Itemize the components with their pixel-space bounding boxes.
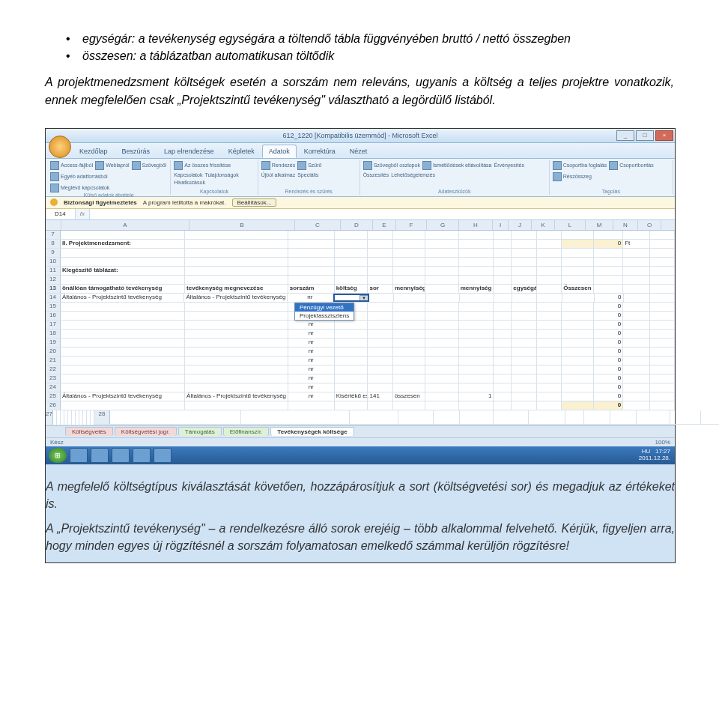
- taskbar-explorer-icon[interactable]: [91, 448, 109, 463]
- ribbon-item[interactable]: Újból alkalmaz: [261, 172, 296, 178]
- ribbon-item[interactable]: Érvényesítés: [494, 161, 524, 170]
- cell-dropdown[interactable]: Pénzügyi vezető Projektasszisztens: [294, 303, 354, 321]
- close-button[interactable]: ×: [655, 130, 673, 141]
- tab-review[interactable]: Korrektúra: [297, 145, 342, 158]
- security-options-button[interactable]: Beállítások...: [232, 198, 277, 207]
- ribbon-item[interactable]: Hivatkozások: [174, 180, 205, 185]
- cell[interactable]: Összesen: [562, 285, 594, 293]
- col-header[interactable]: O: [638, 220, 661, 230]
- taskbar-word-icon[interactable]: [112, 448, 130, 463]
- sheet-tab[interactable]: Támogatás: [178, 427, 222, 436]
- cell[interactable]: 0: [594, 348, 623, 356]
- fx-icon[interactable]: fx: [76, 209, 89, 219]
- ribbon-item[interactable]: Az összes frissítése: [184, 163, 231, 168]
- cell[interactable]: nr: [288, 365, 335, 374]
- maximize-button[interactable]: □: [636, 130, 654, 141]
- cell[interactable]: 0: [594, 374, 623, 383]
- cell[interactable]: összesen: [393, 392, 425, 401]
- col-header[interactable]: F: [396, 220, 427, 230]
- ribbon-item[interactable]: Csoportbontás: [619, 163, 654, 168]
- ribbon-item[interactable]: Szövegből: [142, 163, 167, 168]
- tab-formulas[interactable]: Képletek: [222, 145, 261, 158]
- cell[interactable]: nr: [288, 321, 335, 329]
- cell[interactable]: sorszám: [288, 285, 335, 293]
- minimize-button[interactable]: _: [616, 130, 634, 141]
- cell[interactable]: Kisértékű eszköz: [335, 392, 368, 401]
- active-cell[interactable]: ▼: [333, 294, 369, 302]
- col-header[interactable]: B: [189, 220, 295, 230]
- cell[interactable]: nr: [288, 392, 335, 401]
- ribbon-item[interactable]: Összesítés: [363, 172, 389, 178]
- col-header[interactable]: D: [341, 220, 373, 230]
- cell[interactable]: Általános - Projektszintű tevékenység: [185, 392, 288, 401]
- col-header[interactable]: I: [493, 220, 509, 230]
- ribbon-item[interactable]: Szűrő: [308, 163, 321, 168]
- cell[interactable]: 0: [594, 240, 623, 248]
- taskbar-ie-icon[interactable]: [70, 448, 88, 463]
- ribbon-item[interactable]: Ismétlődések eltávolítása: [433, 163, 492, 168]
- tab-view[interactable]: Nézet: [343, 145, 374, 158]
- cell[interactable]: Ft: [623, 240, 649, 248]
- cell[interactable]: 0: [594, 392, 623, 401]
- cell[interactable]: 0: [594, 357, 623, 365]
- tab-insert[interactable]: Beszúrás: [115, 145, 157, 158]
- ribbon-item[interactable]: Speciális: [297, 172, 318, 178]
- cell[interactable]: Általános - Projektszintű tevékenység: [61, 392, 185, 401]
- ribbon-item[interactable]: Szövegből oszlopok: [374, 163, 420, 168]
- tab-data[interactable]: Adatok: [262, 145, 297, 158]
- col-header[interactable]: J: [509, 220, 532, 230]
- col-header[interactable]: L: [555, 220, 586, 230]
- zoom-level[interactable]: 100%: [655, 439, 670, 446]
- cell[interactable]: 0: [595, 294, 624, 302]
- cell[interactable]: nr: [288, 339, 335, 347]
- cell[interactable]: 0: [594, 383, 623, 392]
- cell[interactable]: önállóan támogatható tevékenység: [61, 285, 185, 293]
- system-tray[interactable]: HU 17:27 2011.12.28.: [639, 449, 672, 462]
- taskbar-app-icon[interactable]: [154, 448, 172, 463]
- ribbon-item[interactable]: Egyéb adatforrásból: [61, 174, 108, 179]
- taskbar-excel-icon[interactable]: [133, 448, 151, 463]
- ribbon-item[interactable]: Tulajdonságok: [204, 172, 238, 178]
- cell[interactable]: II. Projektmenedzsment:: [61, 240, 185, 248]
- cell[interactable]: nr: [288, 330, 335, 338]
- ribbon-item[interactable]: Rendezés: [272, 163, 296, 168]
- formula-input[interactable]: [89, 209, 675, 219]
- col-header[interactable]: K: [532, 220, 555, 230]
- sheet-tab-active[interactable]: Tevékenységek költsége: [270, 427, 354, 436]
- col-header[interactable]: A: [61, 220, 189, 230]
- dropdown-option[interactable]: Pénzügyi vezető: [295, 303, 354, 312]
- ribbon-item[interactable]: Weblapról: [106, 163, 129, 168]
- cell[interactable]: Általános - Projektszintű tevékenység: [61, 294, 185, 302]
- cell[interactable]: nr: [288, 348, 335, 356]
- col-header[interactable]: C: [295, 220, 341, 230]
- ribbon-item[interactable]: Access-fájlból: [61, 163, 93, 168]
- cell[interactable]: 0: [594, 321, 623, 329]
- dropdown-option[interactable]: Projektasszisztens: [295, 312, 354, 320]
- col-header[interactable]: G: [427, 220, 459, 230]
- lang-indicator[interactable]: HU: [642, 448, 651, 455]
- cell[interactable]: nr: [288, 383, 335, 392]
- cell[interactable]: 0: [594, 330, 623, 338]
- cell[interactable]: Általános - Projektszintű tevékenység: [184, 294, 287, 302]
- sheet-tab[interactable]: Előfinanszír.: [223, 427, 270, 436]
- cell[interactable]: költség: [335, 285, 368, 293]
- sheet-tab[interactable]: Költségvetési jogr.: [115, 427, 177, 436]
- dropdown-arrow-icon[interactable]: ▼: [360, 295, 368, 302]
- cell[interactable]: nr: [288, 294, 334, 302]
- cell[interactable]: 0: [594, 303, 623, 311]
- cell[interactable]: nr: [288, 374, 335, 383]
- ribbon-item[interactable]: Kapcsolatok: [174, 172, 202, 178]
- ribbon-item[interactable]: Csoportba foglalás: [563, 163, 607, 168]
- ribbon-item[interactable]: Lehetőségelemzés: [391, 172, 435, 178]
- cell[interactable]: mennyiség egység: [393, 285, 425, 293]
- start-button[interactable]: ⊞: [49, 448, 67, 463]
- tab-home[interactable]: Kezdőlap: [73, 145, 115, 158]
- cell[interactable]: 0: [594, 339, 623, 347]
- cell[interactable]: 0: [594, 401, 623, 410]
- cell[interactable]: 141: [368, 392, 392, 401]
- cell[interactable]: 1: [459, 392, 494, 401]
- col-header[interactable]: M: [586, 220, 613, 230]
- ribbon-item[interactable]: Részösszeg: [563, 174, 592, 179]
- cell[interactable]: Kiegészítő táblázat:: [61, 267, 185, 275]
- col-header[interactable]: E: [373, 220, 396, 230]
